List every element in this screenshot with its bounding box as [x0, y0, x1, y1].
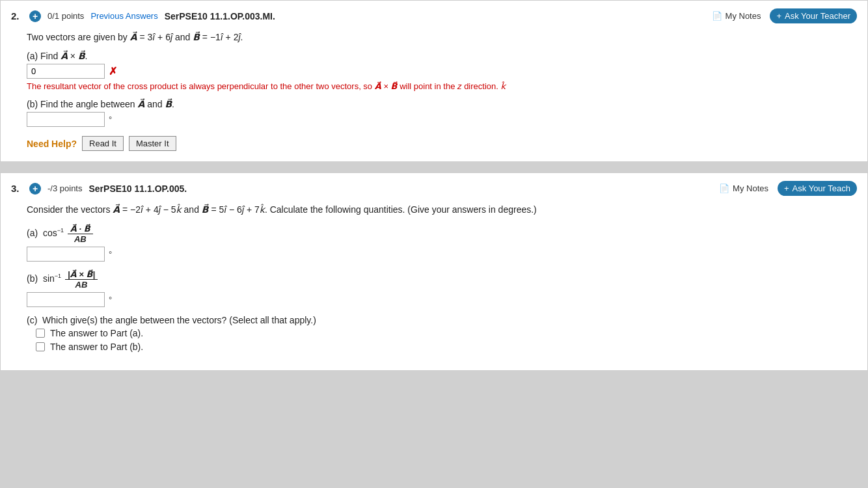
q3-ask-teacher-btn[interactable]: + Ask Your Teach	[778, 181, 857, 196]
q2-need-help: Need Help? Read It Master It	[27, 136, 857, 151]
q2-statement: Two vectors are given by A⃗ = 3î + 6ĵ an…	[27, 30, 857, 44]
notes-icon: 📄	[712, 11, 722, 21]
q3-part-a-input-row: °	[27, 247, 857, 262]
q3-part-b: (b) sin−1 |A⃗ × B⃗| AB °	[27, 269, 857, 307]
q3-part-b-label: (b) sin−1 |A⃗ × B⃗| AB	[27, 269, 857, 290]
q2-header: 2. + 0/1 points Previous Answers SerPSE1…	[11, 8, 857, 23]
q3-part-c-label: (c) Which give(s) the angle between the …	[27, 315, 857, 325]
q3-notes-icon: 📄	[719, 183, 729, 193]
q3-number: 3.	[11, 183, 23, 194]
q3-part-c-question: Which give(s) the angle between the vect…	[42, 315, 316, 325]
q2-body: Two vectors are given by A⃗ = 3î + 6ĵ an…	[27, 30, 857, 151]
q3-part-c: (c) Which give(s) the angle between the …	[27, 315, 857, 352]
ask-teacher-plus-icon: +	[776, 11, 781, 21]
q3-part-b-formula: sin−1 |A⃗ × B⃗| AB	[43, 273, 99, 284]
q3-ask-teacher-label: Ask Your Teach	[793, 183, 850, 193]
q2-part-b-degree: °	[109, 115, 112, 124]
q3-my-notes-btn[interactable]: 📄 My Notes	[719, 183, 768, 193]
q2-part-a-error-icon: ✗	[109, 65, 117, 77]
q3-part-c-option2-checkbox[interactable]	[36, 342, 45, 351]
q3-part-a-letter: (a)	[27, 228, 38, 238]
q3-part-c-option2-row: The answer to Part (b).	[36, 342, 857, 352]
question-3-block: 3. + -/3 points SerPSE10 11.1.OP.005. 📄 …	[0, 172, 868, 370]
q3-part-a: (a) cos−1 A⃗ · B⃗ AB °	[27, 224, 857, 262]
q3-part-c-option2-label: The answer to Part (b).	[50, 342, 143, 352]
section-divider	[0, 167, 868, 172]
q3-plus-icon[interactable]: +	[29, 183, 41, 195]
q3-part-c-option1-checkbox[interactable]	[36, 329, 45, 338]
q2-code: SerPSE10 11.1.OP.003.MI.	[165, 11, 275, 21]
q3-header-right: 📄 My Notes + Ask Your Teach	[719, 181, 857, 196]
q3-part-b-degree: °	[109, 295, 112, 305]
q2-ask-teacher-btn[interactable]: + Ask Your Teacher	[770, 8, 857, 23]
q3-points: -/3 points	[47, 183, 82, 193]
q3-part-b-input[interactable]	[27, 292, 105, 307]
q2-master-it-btn[interactable]: Master It	[129, 136, 176, 151]
q3-part-a-degree: °	[109, 249, 112, 259]
page-container: 2. + 0/1 points Previous Answers SerPSE1…	[0, 0, 868, 488]
q3-part-b-input-row: °	[27, 292, 857, 307]
q2-points: 0/1 points	[47, 11, 84, 21]
q2-part-b: (b) Find the angle between A⃗ and B⃗. °	[27, 99, 857, 127]
q3-part-c-option1-label: The answer to Part (a).	[50, 328, 143, 338]
q3-part-a-label: (a) cos−1 A⃗ · B⃗ AB	[27, 224, 857, 244]
q2-part-b-input[interactable]	[27, 112, 105, 127]
q2-part-b-input-row: °	[27, 112, 857, 127]
q2-header-right: 📄 My Notes + Ask Your Teacher	[712, 8, 857, 23]
q3-statement: Consider the vectors A⃗ = −2î + 4ĵ − 5k̂…	[27, 202, 857, 217]
q3-header: 3. + -/3 points SerPSE10 11.1.OP.005. 📄 …	[11, 181, 857, 196]
q3-part-a-formula: cos−1 A⃗ · B⃗ AB	[43, 228, 94, 238]
q2-my-notes-label: My Notes	[726, 11, 761, 21]
q2-part-a-feedback: The resultant vector of the cross produc…	[27, 81, 857, 91]
q2-part-a: (a) Find A⃗ × B⃗. ✗ The resultant vector…	[27, 51, 857, 91]
q3-body: Consider the vectors A⃗ = −2î + 4ĵ − 5k̂…	[27, 202, 857, 351]
q3-code: SerPSE10 11.1.OP.005.	[88, 183, 187, 194]
q3-part-c-letter: (c)	[27, 315, 37, 325]
q2-plus-icon[interactable]: +	[29, 10, 41, 22]
q2-ask-teacher-label: Ask Your Teacher	[785, 11, 850, 21]
q2-problem-text: Two vectors are given by A⃗ = 3î + 6ĵ an…	[27, 32, 243, 42]
q3-part-b-letter: (b)	[27, 273, 38, 284]
q3-my-notes-label: My Notes	[733, 183, 768, 193]
q2-prev-answers-link[interactable]: Previous Answers	[90, 11, 157, 21]
q2-read-it-btn[interactable]: Read It	[82, 136, 124, 151]
q2-need-help-label: Need Help?	[27, 139, 77, 149]
question-2-block: 2. + 0/1 points Previous Answers SerPSE1…	[0, 0, 868, 162]
q3-part-c-option1-row: The answer to Part (a).	[36, 328, 857, 338]
q2-number: 2.	[11, 10, 23, 21]
q2-part-a-label: (a) Find A⃗ × B⃗.	[27, 51, 857, 61]
q2-part-b-label: (b) Find the angle between A⃗ and B⃗.	[27, 99, 857, 109]
q3-ask-teacher-plus-icon: +	[784, 183, 789, 193]
q3-part-a-input[interactable]	[27, 247, 105, 262]
q2-part-a-input-row: ✗	[27, 64, 857, 79]
q2-part-a-input[interactable]	[27, 64, 105, 79]
q2-my-notes-btn[interactable]: 📄 My Notes	[712, 11, 761, 21]
